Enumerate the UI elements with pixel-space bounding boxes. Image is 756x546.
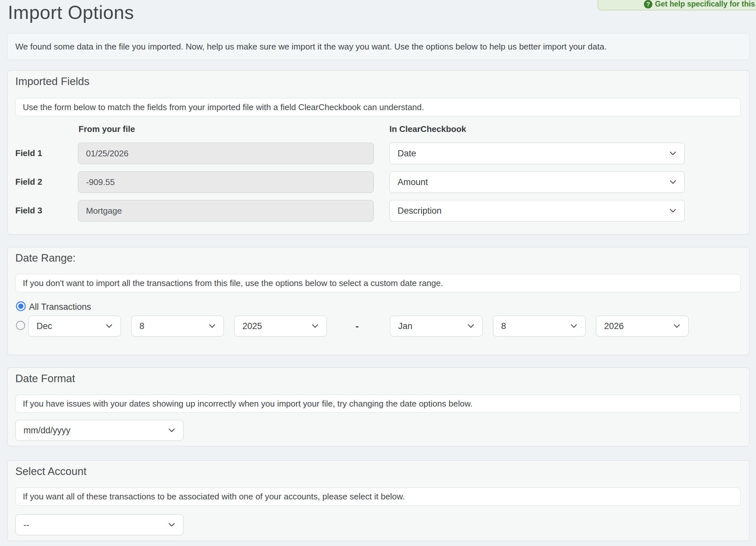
imported-fields-description-box: Use the form below to match the fields f… (15, 98, 741, 116)
help-banner[interactable]: ? Get help specifically for this (598, 0, 756, 10)
select-account-description: If you want all of these transactions to… (23, 492, 405, 502)
end-day-select[interactable]: 8 (493, 316, 586, 337)
date-range-description: If you don't want to import all the tran… (23, 278, 443, 288)
chevron-down-icon (209, 322, 215, 328)
intro-text: We found some data in the file you impor… (15, 42, 607, 52)
start-month-value: Dec (36, 321, 52, 331)
start-year-select[interactable]: 2025 (234, 316, 327, 337)
field-1-mapping-select[interactable]: Date (389, 143, 685, 164)
chevron-down-icon (168, 520, 175, 527)
imported-fields-section: Imported Fields Use the form below to ma… (7, 70, 749, 235)
account-select-value: -- (23, 520, 29, 530)
date-range-separator: - (352, 316, 362, 337)
chevron-down-icon (674, 322, 680, 328)
date-format-description: If you have issues with your dates showi… (23, 399, 473, 409)
start-day-value: 8 (139, 321, 144, 331)
question-circle-icon: ? (644, 0, 652, 8)
field-2-value: -909.55 (86, 177, 115, 187)
chevron-down-icon (468, 322, 474, 328)
field-2-label: Field 2 (15, 177, 42, 187)
chevron-down-icon (670, 149, 676, 155)
date-format-section: Date Format If you have issues with your… (7, 367, 749, 446)
field-2-mapping-select[interactable]: Amount (389, 171, 685, 193)
field-3-label: Field 3 (15, 206, 42, 216)
start-month-select[interactable]: Dec (28, 316, 121, 337)
start-day-select[interactable]: 8 (131, 316, 224, 337)
date-format-description-box: If you have issues with your dates showi… (15, 395, 741, 413)
field-1-mapping-value: Date (398, 149, 416, 159)
start-year-value: 2025 (242, 321, 262, 331)
account-select[interactable]: -- (15, 514, 183, 535)
date-format-select[interactable]: mm/dd/yyyy (15, 420, 183, 441)
imported-fields-heading: Imported Fields (15, 75, 89, 88)
chevron-down-icon (670, 178, 676, 184)
chevron-down-icon (312, 322, 318, 328)
date-range-heading: Date Range: (15, 252, 76, 264)
column-header-in-clearcheckbook: In ClearCheckbook (389, 124, 466, 134)
date-format-heading: Date Format (15, 372, 75, 385)
date-range-description-box: If you don't want to import all the tran… (15, 274, 741, 292)
select-account-heading: Select Account (15, 465, 86, 478)
all-transactions-radio[interactable] (16, 301, 26, 311)
help-banner-label: Get help specifically for this (655, 0, 755, 8)
select-account-section: Select Account If you want all of these … (7, 460, 749, 541)
end-day-value: 8 (501, 321, 506, 331)
field-2-value-input: -909.55 (78, 171, 374, 193)
end-month-value: Jan (398, 321, 413, 331)
all-transactions-label: All Transactions (29, 302, 91, 312)
chevron-down-icon (571, 322, 577, 328)
chevron-down-icon (670, 206, 676, 213)
chevron-down-icon (168, 426, 175, 432)
end-month-select[interactable]: Jan (390, 316, 483, 337)
page-title: Import Options (8, 1, 134, 23)
field-1-value: 01/25/2026 (86, 149, 128, 159)
imported-fields-description: Use the form below to match the fields f… (23, 102, 424, 112)
import-options-page: ? Get help specifically for this Import … (0, 0, 756, 546)
end-year-value: 2026 (604, 321, 624, 331)
field-2-mapping-value: Amount (398, 177, 428, 187)
field-3-value: Mortgage (86, 206, 122, 216)
chevron-down-icon (106, 322, 112, 328)
date-range-section: Date Range: If you don't want to import … (7, 247, 749, 355)
intro-message-box: We found some data in the file you impor… (7, 33, 749, 60)
column-header-from-file: From your file (79, 124, 135, 134)
date-format-value: mm/dd/yyyy (23, 425, 70, 436)
select-account-description-box: If you want all of these transactions to… (15, 487, 741, 506)
custom-date-range-radio[interactable] (16, 321, 25, 330)
field-1-label: Field 1 (15, 148, 42, 158)
field-1-value-input: 01/25/2026 (78, 143, 374, 164)
field-3-mapping-select[interactable]: Description (389, 200, 685, 222)
end-year-select[interactable]: 2026 (596, 316, 689, 337)
field-3-mapping-value: Description (398, 206, 442, 216)
field-3-value-input: Mortgage (78, 200, 374, 222)
